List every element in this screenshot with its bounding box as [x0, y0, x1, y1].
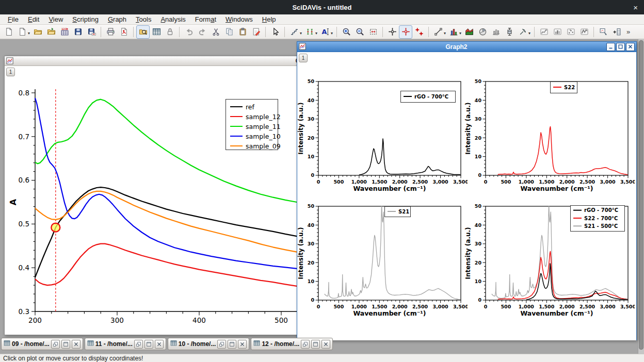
new-aspect-dropdown-caret[interactable]: ▾ [28, 31, 30, 36]
draw-line-dropdown-caret[interactable]: ▾ [444, 31, 446, 36]
cut-button[interactable] [209, 25, 222, 39]
graph2-panel-s22[interactable]: 0102030405005001,0001,5002,0002,5003,000… [464, 75, 635, 199]
tab-float-button[interactable] [217, 340, 226, 349]
window-tab-3[interactable]: 10 - /home/... [168, 338, 250, 350]
graph2-panel-rgo700[interactable]: 0102030405005001,0001,5002,0002,5003,000… [297, 75, 468, 199]
paste-button[interactable] [236, 25, 249, 39]
plot-3d-bars-button[interactable] [489, 25, 503, 39]
app-close-button[interactable]: × [633, 0, 638, 14]
table-icon [87, 340, 94, 348]
menu-edit[interactable]: Edit [23, 15, 44, 24]
export-pdf-button[interactable] [117, 25, 131, 39]
plot-bars-dropdown-caret[interactable]: ▾ [459, 31, 461, 36]
graph2-window[interactable]: Graph2 1 0102030405005001,0001,5002,0002… [297, 41, 637, 340]
graph1-plot[interactable]: 0.30.40.50.60.70.8200300400500Arefsample… [5, 66, 298, 334]
graph2-panel-combined[interactable]: 0102030405005001,0001,5002,0002,5003,000… [464, 200, 635, 324]
menu-view[interactable]: View [44, 15, 68, 24]
svg-text:1,500: 1,500 [539, 179, 554, 185]
plot-vectors-dropdown-caret[interactable]: ▾ [528, 31, 530, 36]
toolbar-separator [593, 27, 594, 37]
redo-button[interactable] [196, 25, 209, 39]
draw-line-dropdown-button[interactable] [431, 25, 445, 39]
save-as-template-button[interactable] [85, 25, 98, 39]
open-project-button[interactable] [31, 25, 44, 39]
text-format-dropdown-caret[interactable]: ▾ [331, 31, 333, 36]
mdi-workspace[interactable]: Graph1 1 0.30.40.50.60.70.8200300400500A… [0, 39, 644, 354]
zoom-out-button[interactable] [353, 25, 366, 39]
window-tab-4[interactable]: 12 - /home/... [251, 338, 333, 350]
plot-vectors-dropdown-button[interactable] [516, 25, 529, 39]
graph2-layer-button[interactable]: 1 [299, 54, 308, 62]
menu-analysis[interactable]: Analysis [156, 15, 190, 24]
copy-button[interactable] [222, 25, 236, 39]
plot3d-trajectory-button[interactable] [537, 25, 551, 39]
graph2-content[interactable]: 1 0102030405005001,0001,5002,0002,5003,0… [297, 52, 636, 340]
pointer-button[interactable] [268, 25, 282, 39]
plot-area-button[interactable] [462, 25, 476, 39]
svg-text:S22 - 700°C: S22 - 700°C [584, 216, 618, 221]
lock-toolbars-button[interactable] [163, 25, 176, 39]
tab-maximize-button[interactable] [228, 340, 236, 349]
graph2-panel-s21[interactable]: 0102030405005001,0001,5002,0002,5003,000… [297, 200, 468, 324]
plot-boxplot-button[interactable] [503, 25, 516, 39]
graph1-layer-button[interactable]: 1 [6, 68, 15, 76]
error-bars-dropdown-caret[interactable]: ▾ [315, 31, 317, 36]
plot3d-ribbon-button[interactable] [577, 25, 591, 39]
menu-file[interactable]: File [3, 15, 23, 24]
data-reader-button[interactable] [399, 25, 412, 39]
print-button[interactable] [104, 25, 117, 39]
results-log-button[interactable] [150, 25, 163, 39]
zoom-in-button[interactable] [340, 25, 353, 39]
graph2-minimize-button[interactable] [606, 43, 615, 51]
tab-maximize-button[interactable] [311, 340, 320, 349]
menu-windows[interactable]: Windows [221, 15, 257, 24]
rescale-to-show-all-button[interactable] [366, 25, 380, 39]
curve-style-dropdown-caret[interactable]: ▾ [300, 31, 302, 36]
export-layer-button[interactable] [597, 25, 610, 39]
graph2-close-button[interactable] [626, 43, 635, 51]
tab-maximize-button[interactable] [144, 340, 153, 349]
toolbar-overflow-button[interactable]: » [626, 28, 630, 36]
tab-close-button[interactable] [238, 340, 247, 349]
undo-button[interactable] [182, 25, 196, 39]
tab-maximize-button[interactable] [61, 340, 70, 349]
plot-pie-button[interactable] [476, 25, 489, 39]
window-tab-1[interactable]: 09 - /home/... [1, 338, 83, 350]
plot3d-scatter-button[interactable] [564, 25, 577, 39]
menu-format[interactable]: Format [190, 15, 221, 24]
tab-float-button[interactable] [134, 340, 143, 349]
select-data-range-button[interactable] [412, 25, 426, 39]
graph2-titlebar[interactable]: Graph2 [297, 42, 636, 52]
open-template-button[interactable] [44, 25, 58, 39]
svg-text:500: 500 [333, 179, 344, 185]
tab-close-button[interactable] [72, 340, 81, 349]
save-project-button[interactable] [71, 25, 85, 39]
add-layer-button[interactable] [610, 25, 623, 39]
menu-help[interactable]: Help [257, 15, 281, 24]
plot3d-bars-button[interactable] [551, 25, 564, 39]
import-ascii-button[interactable]: 123 [58, 25, 71, 39]
delete-selection-button[interactable] [249, 25, 263, 39]
toolbar-separator [101, 27, 101, 37]
plot-bars-dropdown-button[interactable] [447, 25, 460, 39]
new-project-button[interactable] [2, 25, 15, 39]
text-format-dropdown-button[interactable]: A [318, 25, 332, 39]
table-icon [170, 340, 177, 348]
scrollbar-thumb[interactable] [639, 40, 643, 350]
tab-float-button[interactable] [301, 340, 310, 349]
menu-tools[interactable]: Tools [131, 15, 156, 24]
screen-reader-button[interactable] [385, 25, 399, 39]
new-aspect-dropdown-button[interactable] [15, 25, 29, 39]
tab-close-button[interactable] [321, 340, 330, 349]
tab-float-button[interactable] [51, 340, 60, 349]
window-tab-2[interactable]: 11 - /home/... [85, 338, 166, 350]
graph2-maximize-button[interactable] [616, 43, 625, 51]
tab-close-button[interactable] [155, 340, 164, 349]
project-explorer-button[interactable] [136, 25, 150, 39]
curve-style-dropdown-button[interactable] [287, 25, 301, 39]
menu-scripting[interactable]: Scripting [68, 15, 103, 24]
menu-graph[interactable]: Graph [103, 15, 131, 24]
workspace-vertical-scrollbar[interactable] [638, 39, 644, 354]
app-titlebar: SciDAVis - untitled × [0, 0, 644, 14]
error-bars-dropdown-button[interactable] [303, 25, 316, 39]
